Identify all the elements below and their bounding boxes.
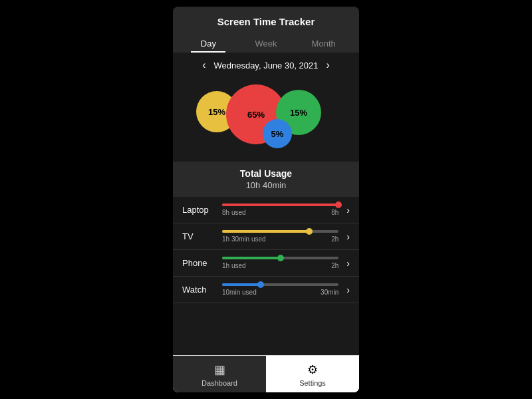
dashboard-label: Dashboard — [201, 379, 237, 387]
device-meta: 1h used 2h — [222, 262, 338, 269]
device-limit-text: 2h — [331, 262, 338, 269]
dashboard-icon: ▦ — [214, 362, 225, 377]
device-list: Laptop 8h used 8h › TV 1h — [173, 197, 359, 355]
device-item-laptop[interactable]: Laptop 8h used 8h › — [173, 197, 359, 223]
header: Screen Time Tracker — [173, 7, 359, 33]
device-limit-text: 30min — [321, 289, 338, 296]
device-info: 8h used 8h — [222, 203, 338, 216]
device-bar-fill — [222, 203, 338, 206]
device-info: 1h used 2h — [222, 257, 338, 269]
prev-date-button[interactable]: ‹ — [202, 59, 205, 71]
device-bar-track — [222, 257, 338, 259]
device-used-text: 8h used — [222, 209, 246, 216]
current-date: Wednesday, June 30, 2021 — [213, 61, 318, 70]
nav-dashboard[interactable]: ▦ Dashboard — [173, 356, 266, 392]
tab-week[interactable]: Week — [237, 33, 295, 53]
device-name: Phone — [182, 258, 217, 268]
device-meta: 1h 30min used 2h — [222, 235, 338, 243]
device-used-text: 10min used — [222, 289, 257, 296]
device-item-watch[interactable]: Watch 10min used 30min › — [173, 277, 359, 303]
device-meta: 10min used 30min — [222, 289, 338, 296]
device-info: 1h 30min used 2h — [222, 230, 338, 243]
device-bar-dot — [257, 281, 264, 288]
device-chevron-icon[interactable]: › — [346, 205, 350, 215]
device-bar-dot — [277, 255, 284, 261]
bubble-chart: 15% 65% 15% 5% — [173, 78, 359, 162]
tab-month[interactable]: Month — [295, 33, 352, 53]
tab-day[interactable]: Day — [180, 33, 237, 53]
bottom-nav: ▦ Dashboard ⚙ Settings — [173, 355, 359, 392]
device-bar-dot — [335, 201, 342, 208]
device-name: Watch — [182, 285, 217, 295]
bubble-container: 15% 65% 15% 5% — [190, 84, 342, 151]
device-info: 10min used 30min — [222, 283, 338, 296]
app-title: Screen Time Tracker — [217, 16, 315, 27]
tab-bar: Day Week Month — [173, 33, 359, 53]
device-bar-track — [222, 283, 338, 286]
total-usage-value: 10h 40min — [180, 180, 352, 190]
nav-settings[interactable]: ⚙ Settings — [266, 356, 359, 392]
device-limit-text: 8h — [331, 209, 338, 216]
device-chevron-icon[interactable]: › — [346, 231, 350, 242]
device-bar-dot — [306, 228, 313, 235]
device-chevron-icon[interactable]: › — [346, 258, 350, 269]
total-usage-label: Total Usage — [180, 168, 352, 179]
device-limit-text: 2h — [331, 235, 338, 243]
device-meta: 8h used 8h — [222, 209, 338, 216]
device-used-text: 1h 30min used — [222, 235, 266, 243]
settings-icon: ⚙ — [307, 362, 318, 377]
device-name: TV — [182, 231, 217, 241]
next-date-button[interactable]: › — [327, 59, 330, 71]
device-bar-track — [222, 203, 338, 206]
device-bar-track — [222, 230, 338, 233]
device-used-text: 1h used — [222, 262, 246, 269]
device-bar-fill — [222, 283, 261, 286]
device-chevron-icon[interactable]: › — [346, 285, 350, 295]
device-bar-fill — [222, 230, 309, 233]
bubble-blue: 5% — [263, 119, 292, 148]
device-bar-fill — [222, 257, 281, 259]
settings-label: Settings — [299, 379, 326, 387]
total-usage-panel: Total Usage 10h 40min — [173, 162, 359, 197]
phone-container: Screen Time Tracker Day Week Month ‹ Wed… — [173, 7, 359, 392]
date-navigation: ‹ Wednesday, June 30, 2021 › — [173, 53, 359, 78]
device-item-tv[interactable]: TV 1h 30min used 2h › — [173, 223, 359, 250]
device-name: Laptop — [182, 205, 217, 215]
device-item-phone[interactable]: Phone 1h used 2h › — [173, 250, 359, 277]
